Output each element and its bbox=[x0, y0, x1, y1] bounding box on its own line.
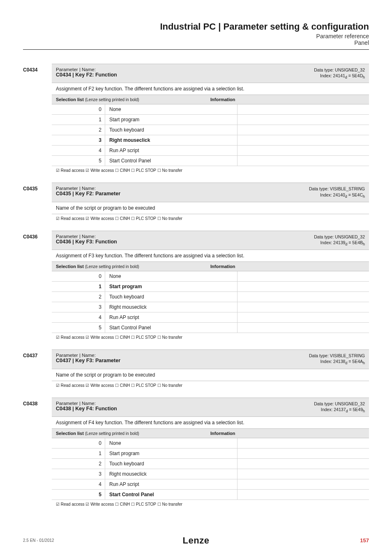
selection-info bbox=[238, 271, 369, 281]
selection-label: Right mouseclick bbox=[105, 135, 238, 145]
selection-number: 5 bbox=[52, 490, 105, 500]
selection-info bbox=[238, 135, 369, 145]
param-header-left: Parameter | Name:C0436 | Key F3: Functio… bbox=[56, 234, 117, 245]
selection-row: 5Start Control Panel bbox=[52, 490, 369, 500]
selection-label: Right mouseclick bbox=[105, 469, 238, 479]
param-header-right: Data type: VISIBLE_STRINGIndex: 24138d =… bbox=[309, 353, 365, 365]
param-code: C0434 bbox=[23, 64, 52, 173]
selection-info bbox=[238, 146, 369, 155]
selection-label: Run AP script bbox=[105, 312, 238, 322]
selection-info bbox=[238, 292, 369, 302]
param-group: C0436Parameter | Name:C0436 | Key F3: Fu… bbox=[23, 231, 369, 340]
param-name: C0437 | Key F3: Parameter bbox=[56, 358, 120, 363]
access-flags: ☑ Read access ☑ Write access ☐ CINH ☐ PL… bbox=[52, 500, 369, 507]
selection-label: Start program bbox=[105, 115, 238, 125]
selection-info bbox=[238, 115, 369, 125]
selection-number: 5 bbox=[52, 323, 105, 333]
selection-number: 4 bbox=[52, 479, 105, 489]
param-name: C0435 | Key F2: Parameter bbox=[56, 191, 120, 197]
param-description: Name of the script or program to be exec… bbox=[52, 369, 369, 381]
selection-number: 0 bbox=[52, 271, 105, 281]
selection-row: 2Touch keyboard bbox=[52, 292, 369, 302]
selection-number: 3 bbox=[52, 135, 105, 145]
selection-label: None bbox=[105, 271, 238, 281]
selection-row: 4Run AP script bbox=[52, 146, 369, 156]
param-code: C0438 bbox=[23, 398, 52, 507]
param-header-left: Parameter | Name:C0438 | Key F4: Functio… bbox=[56, 401, 117, 412]
header-divider bbox=[23, 49, 369, 50]
param-description: Assignment of F4 key function. The diffe… bbox=[52, 417, 369, 429]
access-flags: ☑ Read access ☑ Write access ☐ CINH ☐ PL… bbox=[52, 333, 369, 340]
selection-label: Touch keyboard bbox=[105, 292, 238, 302]
param-content: Parameter | Name:C0436 | Key F3: Functio… bbox=[52, 231, 369, 340]
param-header-left: Parameter | Name:C0434 | Key F2: Functio… bbox=[56, 67, 117, 78]
selection-info bbox=[238, 125, 369, 135]
param-header-right: Data type: UNSIGNED_32Index: 24139d = 5E… bbox=[314, 234, 365, 247]
param-header: Parameter | Name:C0435 | Key F2: Paramet… bbox=[52, 183, 369, 202]
selection-row: 1Start program bbox=[52, 449, 369, 459]
selection-header: Selection list (Lenze setting printed in… bbox=[52, 429, 369, 438]
selection-info bbox=[238, 449, 369, 458]
selection-info bbox=[238, 312, 369, 322]
selection-row: 4Run AP script bbox=[52, 479, 369, 490]
selection-number: 0 bbox=[52, 438, 105, 448]
page-subtitle-2: Panel bbox=[23, 39, 369, 46]
selection-header-info: Information bbox=[210, 431, 365, 436]
selection-label: Start program bbox=[105, 282, 238, 291]
param-description: Assignment of F3 key function. The diffe… bbox=[52, 250, 369, 262]
selection-row: 4Run AP script bbox=[52, 312, 369, 323]
selection-row: 5Start Control Panel bbox=[52, 323, 369, 333]
selection-label: Run AP script bbox=[105, 479, 238, 489]
selection-number: 4 bbox=[52, 312, 105, 322]
footer-logo: Lenze bbox=[183, 535, 210, 546]
selection-number: 1 bbox=[52, 449, 105, 458]
selection-number: 2 bbox=[52, 292, 105, 302]
param-header-left: Parameter | Name:C0437 | Key F3: Paramet… bbox=[56, 353, 120, 363]
param-code: C0435 bbox=[23, 183, 52, 221]
selection-row: 5Start Control Panel bbox=[52, 156, 369, 166]
selection-info bbox=[238, 490, 369, 500]
selection-number: 2 bbox=[52, 125, 105, 135]
access-flags: ☑ Read access ☑ Write access ☐ CINH ☐ PL… bbox=[52, 381, 369, 388]
param-name: C0438 | Key F4: Function bbox=[56, 406, 117, 412]
selection-row: 0None bbox=[52, 271, 369, 282]
param-header: Parameter | Name:C0437 | Key F3: Paramet… bbox=[52, 349, 369, 369]
selection-info bbox=[238, 323, 369, 333]
selection-row: 0None bbox=[52, 104, 369, 115]
param-description: Assignment of F2 key function. The diffe… bbox=[52, 83, 369, 95]
selection-header: Selection list (Lenze setting printed in… bbox=[52, 262, 369, 271]
page-footer: 2.5 EN - 01/2012 Lenze 157 bbox=[23, 537, 369, 543]
selection-header: Selection list (Lenze setting printed in… bbox=[52, 95, 369, 104]
selection-row: 1Start program bbox=[52, 115, 369, 125]
selection-header-label: Selection list bbox=[56, 264, 85, 269]
param-name: C0436 | Key F3: Function bbox=[56, 239, 117, 245]
selection-number: 1 bbox=[52, 282, 105, 291]
selection-header-paren: (Lenze setting printed in bold) bbox=[85, 97, 139, 102]
selection-number: 4 bbox=[52, 146, 105, 155]
selection-label: Touch keyboard bbox=[105, 125, 238, 135]
selection-number: 0 bbox=[52, 104, 105, 114]
param-header: Parameter | Name:C0436 | Key F3: Functio… bbox=[52, 231, 369, 250]
selection-header-paren: (Lenze setting printed in bold) bbox=[85, 264, 139, 269]
selection-row: 3Right mouseclick bbox=[52, 302, 369, 312]
selection-label: Right mouseclick bbox=[105, 302, 238, 312]
selection-number: 2 bbox=[52, 459, 105, 469]
selection-label: Run AP script bbox=[105, 146, 238, 155]
selection-number: 5 bbox=[52, 156, 105, 166]
param-code: C0436 bbox=[23, 231, 52, 340]
param-header: Parameter | Name:C0438 | Key F4: Functio… bbox=[52, 398, 369, 417]
selection-row: 1Start program bbox=[52, 282, 369, 292]
param-header-right: Data type: UNSIGNED_32Index: 24137d = 5E… bbox=[314, 401, 365, 414]
selection-number: 1 bbox=[52, 115, 105, 125]
selection-row: 2Touch keyboard bbox=[52, 459, 369, 469]
param-code: C0437 bbox=[23, 349, 52, 388]
selection-info bbox=[238, 282, 369, 291]
selection-number: 3 bbox=[52, 302, 105, 312]
selection-info bbox=[238, 302, 369, 312]
selection-header-info: Information bbox=[210, 97, 365, 102]
page-title: Industrial PC | Parameter setting & conf… bbox=[23, 21, 369, 32]
param-content: Parameter | Name:C0437 | Key F3: Paramet… bbox=[52, 349, 369, 388]
selection-info bbox=[238, 104, 369, 114]
param-header-left: Parameter | Name:C0435 | Key F2: Paramet… bbox=[56, 186, 120, 197]
param-group: C0437Parameter | Name:C0437 | Key F3: Pa… bbox=[23, 349, 369, 388]
